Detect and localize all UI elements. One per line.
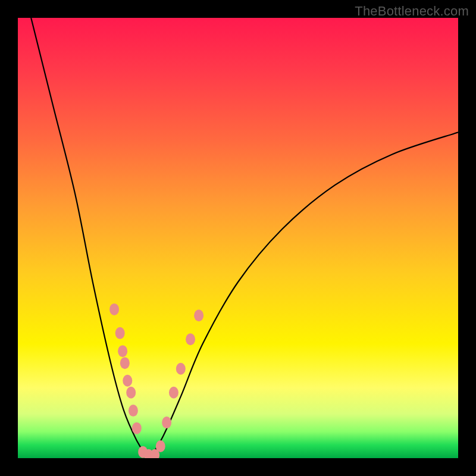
plot-area [18,18,458,458]
chart-frame: TheBottleneck.com [0,0,476,476]
data-marker [156,440,165,452]
data-marker [118,345,127,357]
data-marker [194,309,203,321]
data-marker [120,357,130,369]
watermark-text: TheBottleneck.com [355,4,469,19]
data-marker [176,363,186,375]
data-marker [162,416,171,428]
data-marker [132,422,142,434]
data-marker [115,327,125,339]
data-marker [126,387,136,399]
data-marker [123,375,132,387]
data-marker [109,303,119,315]
data-marker [169,387,178,399]
chart-svg [18,18,458,458]
data-marker [129,405,138,416]
data-marker [186,333,195,345]
data-markers [109,303,203,458]
right-curve [150,132,458,458]
